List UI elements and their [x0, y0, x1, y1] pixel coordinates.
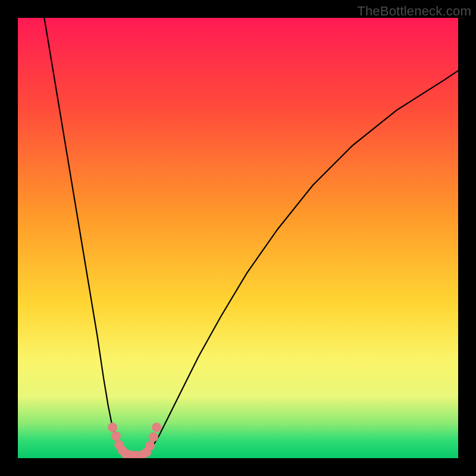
marker-point: [111, 431, 121, 441]
marker-point: [108, 422, 117, 432]
gradient-background: [18, 18, 458, 458]
watermark-text: TheBottleneck.com: [357, 4, 471, 19]
marker-point: [149, 432, 158, 441]
marker-point: [152, 422, 161, 432]
marker-point: [145, 441, 155, 450]
chart-svg: [18, 18, 458, 458]
plot-area: [18, 18, 458, 458]
outer-frame: TheBottleneck.com: [0, 0, 476, 476]
